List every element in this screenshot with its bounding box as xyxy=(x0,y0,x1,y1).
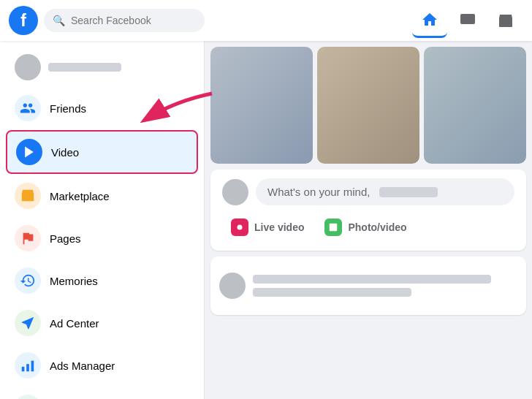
sidebar-item-label: Ad Center xyxy=(50,317,99,330)
photo-video-label: Photo/video xyxy=(348,221,406,233)
stories-row xyxy=(210,47,526,164)
svg-rect-4 xyxy=(26,364,29,371)
feed-content: What's on your mind, Live video xyxy=(205,41,532,399)
friends-icon xyxy=(15,95,41,121)
video-icon xyxy=(16,139,42,165)
sidebar-item-label: Ads Manager xyxy=(50,360,115,372)
sidebar-user-profile[interactable] xyxy=(6,48,198,86)
post-actions: Live video Photo/video xyxy=(222,213,514,242)
sidebar-item-ads-manager[interactable]: Ads Manager xyxy=(6,345,198,386)
home-nav-button[interactable] xyxy=(412,3,447,38)
sidebar-item-friends[interactable]: Friends xyxy=(6,88,198,129)
post-content-blur xyxy=(253,275,517,297)
sidebar-item-pages[interactable]: Pages xyxy=(6,218,198,259)
user-name xyxy=(48,63,121,72)
post-placeholder-text: What's on your mind, xyxy=(267,186,370,198)
story-card[interactable] xyxy=(210,47,313,164)
ads-manager-icon xyxy=(15,352,41,379)
user-avatar xyxy=(222,179,248,205)
nav-icon-group xyxy=(412,3,523,38)
memories-icon xyxy=(15,267,41,294)
sidebar-item-label: Friends xyxy=(50,102,86,115)
create-post-box: What's on your mind, Live video xyxy=(210,170,526,251)
avatar xyxy=(15,54,41,80)
main-layout: Friends Video Marketplace xyxy=(0,41,532,399)
svg-point-7 xyxy=(238,225,243,230)
search-input[interactable] xyxy=(71,15,196,26)
live-video-button[interactable]: Live video xyxy=(222,213,313,242)
svg-point-9 xyxy=(332,225,333,227)
sidebar-item-video[interactable]: Video xyxy=(6,130,198,174)
svg-marker-2 xyxy=(25,147,34,158)
sidebar: Friends Video Marketplace xyxy=(0,41,205,399)
live-video-icon xyxy=(231,218,248,236)
sidebar-item-marketplace[interactable]: Marketplace xyxy=(6,175,198,216)
post-box-top: What's on your mind, xyxy=(222,178,514,205)
story-image xyxy=(210,47,313,164)
photo-video-icon xyxy=(324,218,342,236)
marketplace-nav-button[interactable] xyxy=(488,3,523,38)
post-input[interactable]: What's on your mind, xyxy=(256,178,514,205)
sidebar-item-label: Video xyxy=(51,146,79,159)
search-icon: 🔍 xyxy=(53,15,65,26)
top-navigation: f 🔍 xyxy=(0,0,532,41)
svg-rect-0 xyxy=(460,14,475,24)
sidebar-item-ad-center[interactable]: Ad Center xyxy=(6,303,198,343)
ad-center-icon xyxy=(15,310,41,336)
blur-line xyxy=(253,275,491,284)
sidebar-item-climate[interactable]: Climate Science Center xyxy=(6,387,198,399)
sidebar-item-memories[interactable]: Memories xyxy=(6,260,198,301)
live-video-label: Live video xyxy=(254,221,304,233)
avatar xyxy=(219,273,246,299)
fb-f-letter: f xyxy=(20,12,26,29)
marketplace-icon xyxy=(15,183,41,209)
story-card[interactable] xyxy=(317,47,419,164)
watch-nav-button[interactable] xyxy=(450,3,485,38)
climate-icon xyxy=(15,395,41,399)
story-image xyxy=(424,47,526,164)
blur-line xyxy=(253,288,411,297)
svg-rect-3 xyxy=(22,367,25,371)
sidebar-item-label: Memories xyxy=(50,275,98,287)
story-image xyxy=(317,47,419,164)
svg-rect-5 xyxy=(31,361,34,372)
story-card[interactable] xyxy=(424,47,526,164)
user-name-placeholder xyxy=(379,187,438,197)
sidebar-item-label: Marketplace xyxy=(50,190,110,202)
pages-icon xyxy=(15,225,41,251)
search-bar[interactable]: 🔍 xyxy=(44,9,205,32)
feed-post-card xyxy=(210,256,526,315)
facebook-logo[interactable]: f xyxy=(9,6,38,35)
photo-video-button[interactable]: Photo/video xyxy=(316,213,415,242)
sidebar-item-label: Pages xyxy=(50,232,81,245)
